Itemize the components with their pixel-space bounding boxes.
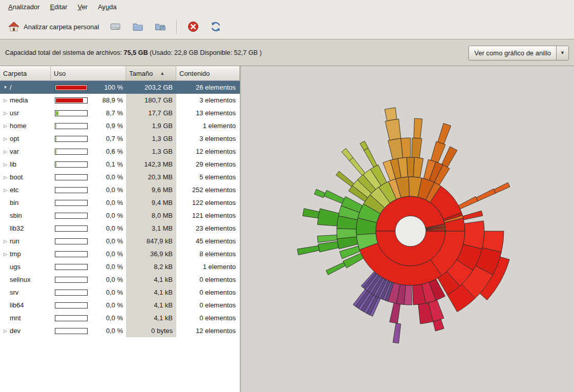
- ring-segment[interactable]: [463, 221, 484, 249]
- table-row-home[interactable]: ▷home0,9 %1,9 GB1 elemento: [0, 119, 240, 132]
- expander-icon[interactable]: ▷: [2, 98, 9, 103]
- expander-icon[interactable]: ▷: [2, 328, 9, 334]
- menu-analizador[interactable]: Analizador: [3, 0, 45, 14]
- expander-icon[interactable]: ▷: [2, 136, 9, 141]
- ring-chart[interactable]: [241, 66, 574, 392]
- ring-segment[interactable]: [318, 241, 339, 252]
- table-row-boot[interactable]: ▷boot0,0 %20,3 MB5 elementos: [0, 171, 240, 183]
- refresh-button[interactable]: [205, 17, 227, 36]
- table-row-root[interactable]: ▼/100 %203,2 GB26 elementos: [0, 81, 240, 94]
- table-row-tmp[interactable]: ▷tmp0,0 %36,9 kB8 elementos: [0, 247, 240, 260]
- ring-segment[interactable]: [317, 209, 339, 226]
- table-row-ugs[interactable]: ugs0,0 %8,2 kB1 elemento: [0, 260, 240, 273]
- view-as-arrow-button[interactable]: ▼: [556, 46, 568, 60]
- cell-size: 9,6 MB: [126, 183, 176, 196]
- folder-name: boot: [10, 173, 23, 181]
- table-row-etc[interactable]: ▷etc0,0 %9,6 MB252 elementos: [0, 183, 240, 196]
- ring-segment[interactable]: [385, 119, 401, 140]
- cell-usage: 0,0 %: [51, 209, 126, 222]
- table-row-selinux[interactable]: selinux0,0 %4,1 kB0 elementos: [0, 273, 240, 286]
- column-header-uso[interactable]: Uso: [51, 66, 126, 81]
- view-as-dropdown[interactable]: Ver como gráfico de anillo ▼: [468, 46, 569, 60]
- menu-editar[interactable]: Editar: [45, 0, 72, 14]
- table-row-lib64[interactable]: lib640,0 %4,1 kB0 elementos: [0, 299, 240, 312]
- ring-segment[interactable]: [459, 196, 478, 209]
- ring-segment[interactable]: [433, 319, 444, 331]
- table-row-usr[interactable]: ▷usr8,7 %17,7 GB13 elementos: [0, 107, 240, 119]
- stop-button[interactable]: [182, 17, 204, 36]
- scan-remote-folder-button[interactable]: [150, 17, 171, 36]
- cell-content: 121 elementos: [176, 209, 240, 222]
- ring-segment[interactable]: [393, 323, 401, 343]
- cell-usage: 0,0 %: [51, 196, 126, 209]
- cell-size: 0 bytes: [126, 324, 176, 337]
- column-header-tamano[interactable]: Tamaño▲: [126, 66, 176, 81]
- table-row-mnt[interactable]: mnt0,0 %4,1 kB0 elementos: [0, 312, 240, 324]
- ring-segment[interactable]: [407, 157, 415, 177]
- ring-segment[interactable]: [317, 235, 337, 243]
- expander-icon[interactable]: ▼: [2, 85, 9, 90]
- table-row-sbin[interactable]: sbin0,0 %8,0 MB121 elementos: [0, 209, 240, 222]
- cell-content: 3 elementos: [176, 94, 240, 107]
- ring-segment[interactable]: [342, 149, 353, 161]
- table-row-var[interactable]: ▷var0,6 %1,3 GB12 elementos: [0, 145, 240, 158]
- table-row-bin[interactable]: bin0,0 %9,4 MB122 elementos: [0, 196, 240, 209]
- ring-segment[interactable]: [385, 108, 397, 121]
- expander-icon[interactable]: ▷: [2, 111, 9, 116]
- table-row-opt[interactable]: ▷opt0,7 %1,3 GB3 elementos: [0, 132, 240, 145]
- cell-size: 3,1 MB: [126, 222, 176, 235]
- ring-segment[interactable]: [463, 211, 483, 220]
- cell-usage: 0,0 %: [51, 324, 126, 337]
- table-row-lib32[interactable]: lib320,0 %3,1 MB23 elementos: [0, 222, 240, 235]
- ring-segment[interactable]: [303, 209, 319, 218]
- expander-icon[interactable]: ▷: [2, 252, 9, 257]
- usage-bar: [55, 123, 88, 129]
- ring-segment[interactable]: [336, 171, 354, 187]
- expander-icon[interactable]: ▷: [2, 162, 9, 167]
- cell-folder: ▷lib: [0, 158, 51, 171]
- ring-segment[interactable]: [324, 190, 344, 203]
- table-row-lib[interactable]: ▷lib0,1 %142,3 MB29 elementos: [0, 158, 240, 171]
- table-row-dev[interactable]: ▷dev0,0 %0 bytes12 elementos: [0, 324, 240, 337]
- column-header-carpeta[interactable]: Carpeta: [0, 66, 51, 81]
- folder-name: media: [10, 96, 28, 104]
- scan-home-button[interactable]: Analizar carpeta personal: [3, 17, 104, 36]
- expander-icon[interactable]: ▷: [2, 188, 9, 193]
- ring-segment[interactable]: [297, 246, 319, 255]
- ring-segment[interactable]: [414, 157, 424, 177]
- expander-icon[interactable]: ▷: [2, 149, 9, 154]
- folder-name: lib64: [10, 301, 24, 309]
- usage-percent: 0,0 %: [106, 263, 123, 271]
- ring-segment[interactable]: [438, 123, 451, 145]
- ring-segment[interactable]: [314, 189, 325, 198]
- ring-segment[interactable]: [364, 148, 377, 168]
- expander-icon[interactable]: ▷: [2, 123, 9, 129]
- menu-ayuda[interactable]: Ayuda: [93, 0, 122, 14]
- ring-segment[interactable]: [350, 158, 365, 176]
- expander-icon[interactable]: ▷: [2, 175, 9, 180]
- disk-usage-analyzer-window: AnalizadorEditarVerAyuda Analizar carpet…: [0, 0, 574, 392]
- table-row-media[interactable]: ▷media88,9 %180,7 GB3 elementos: [0, 94, 240, 107]
- ring-segment[interactable]: [431, 141, 446, 162]
- expander-icon[interactable]: ▷: [2, 239, 9, 244]
- ring-segment[interactable]: [389, 303, 400, 323]
- cell-content: 0 elementos: [176, 299, 240, 312]
- ring-segment[interactable]: [388, 138, 403, 159]
- ring-segment[interactable]: [442, 147, 457, 167]
- scan-folder-button[interactable]: [127, 17, 149, 36]
- ring-segment[interactable]: [326, 262, 345, 275]
- column-label: Uso: [54, 70, 66, 77]
- column-header-contenido[interactable]: Contenido: [176, 66, 240, 81]
- scan-filesystem-button[interactable]: [105, 17, 126, 36]
- folder-name: lib32: [10, 224, 24, 232]
- usage-percent: 100 %: [104, 84, 123, 91]
- folder-name: /: [10, 84, 12, 91]
- cell-size: 17,7 GB: [126, 107, 176, 119]
- menu-ver[interactable]: Ver: [72, 0, 93, 14]
- table-row-srv[interactable]: srv0,0 %4,1 kB0 elementos: [0, 286, 240, 299]
- ring-segment[interactable]: [494, 182, 510, 193]
- ring-segment[interactable]: [412, 138, 422, 158]
- table-row-run[interactable]: ▷run0,0 %847,9 kB45 elementos: [0, 235, 240, 247]
- ring-segment[interactable]: [414, 118, 422, 138]
- ring-segment[interactable]: [476, 189, 496, 201]
